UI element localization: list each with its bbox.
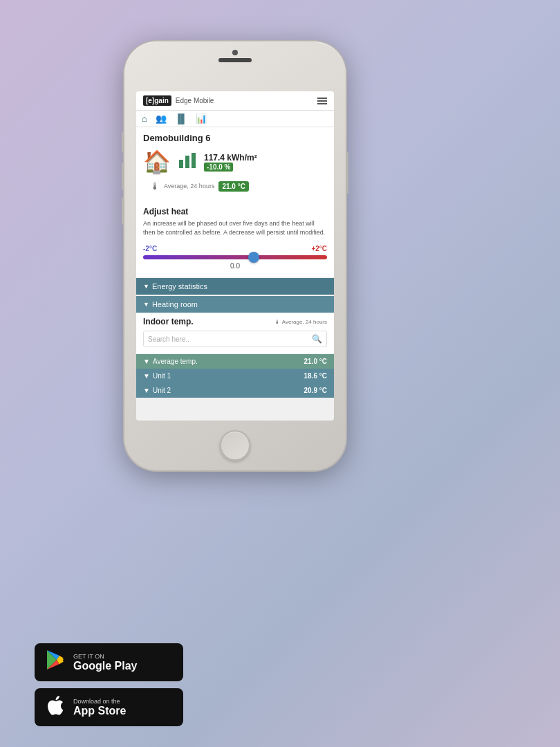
heating-room-section[interactable]: ▼ Heating room [136, 296, 334, 313]
indoor-header: Indoor temp. 🌡 Average, 24 hours [143, 317, 327, 326]
app-screen: [e]gain Edge Mobile ⌂ 👥 ▐▌ 📊 Demobuildin… [136, 91, 334, 421]
chevron-down-icon: ▼ [143, 283, 149, 290]
app-header: [e]gain Edge Mobile [136, 91, 334, 111]
svg-rect-1 [185, 156, 189, 168]
chevron-down-icon-2: ▼ [143, 301, 149, 308]
chevron-avg-icon: ▼ [143, 358, 150, 365]
adjust-heat-title: Adjust heat [143, 207, 327, 216]
app-store-text: Download on the App Store [73, 698, 126, 717]
heat-slider-container: -2°C +2°C 0.0 [143, 242, 327, 273]
slider-labels: -2°C +2°C [143, 245, 327, 252]
chevron-unit1-icon: ▼ [143, 372, 150, 380]
unit2-temp-value: 20.9 °C [304, 387, 327, 394]
search-icon[interactable]: 🔍 [312, 334, 322, 344]
nav-people-icon[interactable]: 👥 [156, 113, 167, 124]
silent-switch [122, 131, 124, 152]
stats-row: 🏠 117.4 kWh/m² -10.0 % [143, 149, 327, 175]
phone-speaker [218, 58, 252, 62]
avg-temp-row: 🌡 Average, 24 hours 21.0 °C [150, 181, 327, 192]
google-play-badge[interactable]: GET IT ON Google Play [35, 643, 183, 681]
logo-box: [e]gain [143, 95, 171, 106]
nav-home-icon[interactable]: ⌂ [142, 113, 147, 124]
unit1-temp-row-item[interactable]: ▼ Unit 1 18.6 °C [136, 369, 334, 383]
building-title: Demobuilding 6 [143, 133, 327, 143]
app-logo: [e]gain Edge Mobile [143, 95, 214, 106]
unit2-temp-row-item[interactable]: ▼ Unit 2 20.9 °C [136, 383, 334, 398]
slider-thumb[interactable] [248, 252, 259, 263]
app-name-label: Edge Mobile [176, 97, 214, 104]
thermometer-icon: 🌡 [150, 181, 160, 192]
power-button [346, 152, 348, 194]
app-store-large-text: App Store [73, 705, 126, 717]
unit2-label: ▼ Unit 2 [143, 387, 171, 394]
apple-icon [44, 694, 66, 721]
unit1-label: ▼ Unit 1 [143, 372, 171, 380]
app-store-badge[interactable]: Download on the App Store [35, 688, 183, 726]
energy-statistics-section[interactable]: ▼ Energy statistics [136, 278, 334, 295]
home-button[interactable] [220, 430, 250, 461]
unit1-temp-value: 18.6 °C [304, 372, 327, 380]
phone-top-notch [218, 50, 252, 62]
search-placeholder-text: Search here.. [148, 335, 312, 343]
adjust-heat-description: An increase will be phased out over five… [143, 219, 327, 237]
svg-rect-2 [192, 153, 196, 168]
avg-temp-row-item[interactable]: ▼ Average temp. 21.0 °C [136, 354, 334, 369]
nav-stats-icon[interactable]: 📊 [196, 113, 207, 124]
hamburger-menu-icon[interactable] [317, 98, 327, 104]
indoor-temp-title: Indoor temp. [143, 317, 194, 326]
phone-camera [232, 50, 238, 55]
building-section: Demobuilding 6 🏠 117.4 kWh/m² -10.0 [136, 127, 334, 203]
svg-rect-0 [179, 160, 183, 168]
chevron-unit2-icon: ▼ [143, 387, 150, 394]
google-play-large-text: Google Play [73, 660, 137, 672]
google-play-icon [44, 649, 66, 676]
volume-up-button [122, 163, 124, 190]
slider-min-label: -2°C [143, 245, 157, 252]
adjust-heat-section: Adjust heat An increase will be phased o… [136, 203, 334, 277]
avg-temp-badge: 21.0 °C [218, 181, 248, 192]
phone-screen: [e]gain Edge Mobile ⌂ 👥 ▐▌ 📊 Demobuildin… [136, 91, 334, 421]
energy-stats: 117.4 kWh/m² -10.0 % [204, 153, 257, 172]
slider-max-label: +2°C [311, 245, 327, 252]
indoor-avg-info: 🌡 Average, 24 hours [274, 319, 327, 325]
heating-room-label: Heating room [152, 300, 198, 308]
slider-value-label: 0.0 [143, 262, 327, 270]
phone-mockup: [e]gain Edge Mobile ⌂ 👥 ▐▌ 📊 Demobuildin… [124, 42, 346, 470]
avg-label: Average, 24 hours [164, 183, 214, 190]
bar-chart-icon [178, 151, 197, 172]
indoor-temp-section: Indoor temp. 🌡 Average, 24 hours Search … [136, 313, 334, 354]
google-play-small-text: GET IT ON [73, 653, 137, 660]
volume-down-button [122, 197, 124, 225]
avg-temp-label: ▼ Average temp. [143, 358, 198, 365]
house-icon: 🏠 [143, 149, 171, 175]
nav-building-icon[interactable]: ▐▌ [175, 113, 187, 124]
energy-change-badge: -10.0 % [204, 163, 233, 172]
avg-temp-value: 21.0 °C [304, 358, 327, 365]
indoor-avg-label: Average, 24 hours [282, 319, 327, 325]
store-badges-container: GET IT ON Google Play Download on the Ap… [35, 643, 183, 726]
energy-value: 117.4 kWh/m² [204, 153, 257, 163]
indoor-thermo-icon: 🌡 [274, 319, 280, 325]
energy-statistics-label: Energy statistics [152, 282, 207, 290]
google-play-text: GET IT ON Google Play [73, 653, 137, 672]
search-bar[interactable]: Search here.. 🔍 [143, 331, 327, 347]
slider-track[interactable] [143, 255, 327, 259]
app-nav: ⌂ 👥 ▐▌ 📊 [136, 111, 334, 127]
app-store-small-text: Download on the [73, 698, 126, 705]
